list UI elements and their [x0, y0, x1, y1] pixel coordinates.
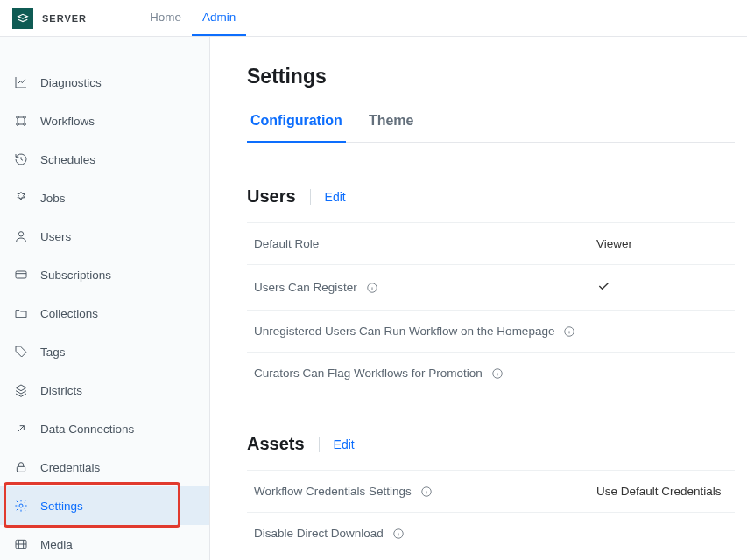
layers-icon: [14, 383, 28, 397]
row-unregistered-run: Unregistered Users Can Run Workflow on t…: [247, 310, 735, 352]
section-title-assets: Assets: [247, 434, 305, 454]
edit-assets-link[interactable]: Edit: [334, 438, 355, 452]
edit-users-link[interactable]: Edit: [325, 190, 346, 204]
top-nav: Home Admin: [139, 0, 246, 36]
sidebar-item-label: Settings: [40, 500, 83, 513]
svg-point-7: [19, 504, 23, 508]
sidebar-item-users[interactable]: Users: [0, 217, 209, 256]
arrow-diag-icon: [14, 422, 28, 436]
sidebar-item-label: Credentials: [40, 461, 100, 474]
sidebar-item-label: Districts: [40, 384, 82, 397]
sidebar-item-data-connections[interactable]: Data Connections: [0, 410, 209, 448]
sidebar-item-label: Workflows: [40, 115, 95, 128]
row-default-role: Default Role Viewer: [247, 222, 735, 264]
divider: [310, 189, 311, 205]
chart-icon: [14, 75, 28, 89]
logo-icon: [12, 8, 33, 29]
row-label: Disable Direct Download: [254, 527, 384, 540]
sidebar-item-collections[interactable]: Collections: [0, 294, 209, 332]
lock-icon: [14, 460, 28, 474]
sidebar-item-label: Tags: [40, 346, 66, 359]
sidebar-item-label: Data Connections: [40, 423, 134, 436]
section-users: Users Edit Default Role Viewer Users Can…: [247, 186, 735, 394]
check-icon: [596, 279, 728, 296]
row-workflow-credentials: Workflow Credentials Settings Use Defaul…: [247, 470, 735, 512]
sidebar-item-label: Users: [40, 230, 71, 243]
user-icon: [14, 229, 28, 243]
gear-icon: [14, 499, 28, 513]
sidebar-item-subscriptions[interactable]: Subscriptions: [0, 256, 209, 294]
svg-point-1: [24, 116, 26, 119]
workflow-icon: [14, 114, 28, 128]
sidebar-item-schedules[interactable]: Schedules: [0, 140, 209, 178]
row-label: Unregistered Users Can Run Workflow on t…: [254, 325, 554, 338]
row-label: Users Can Register: [254, 281, 357, 294]
check-badge-icon: [14, 191, 28, 205]
folder-icon: [14, 306, 28, 320]
top-bar: SERVER Home Admin: [0, 0, 747, 37]
sidebar-item-settings[interactable]: Settings: [0, 486, 209, 525]
highlight-box: [4, 482, 180, 528]
tab-configuration[interactable]: Configuration: [247, 113, 346, 143]
sidebar-item-jobs[interactable]: Jobs: [0, 178, 209, 217]
svg-point-4: [18, 232, 23, 236]
info-icon[interactable]: [420, 486, 433, 498]
info-icon[interactable]: [491, 368, 504, 380]
svg-point-0: [17, 116, 19, 119]
section-title-users: Users: [247, 186, 296, 206]
tag-icon: [14, 345, 28, 359]
svg-rect-6: [17, 466, 25, 472]
sidebar-item-workflows[interactable]: Workflows: [0, 102, 209, 140]
sidebar-item-label: Schedules: [40, 153, 95, 166]
sidebar: Diagnostics Workflows Schedules Jobs Use…: [0, 37, 210, 560]
divider: [319, 437, 320, 452]
svg-point-3: [24, 123, 26, 126]
main-content: Settings Configuration Theme Users Edit …: [210, 37, 747, 560]
info-icon[interactable]: [563, 326, 575, 338]
info-icon[interactable]: [392, 528, 405, 540]
row-value: Use Default Credentials: [596, 485, 728, 498]
sidebar-item-diagnostics[interactable]: Diagnostics: [0, 63, 209, 102]
tabs: Configuration Theme: [247, 113, 735, 143]
nav-admin[interactable]: Admin: [192, 0, 246, 36]
row-label: Default Role: [254, 237, 319, 250]
nav-home[interactable]: Home: [139, 0, 192, 36]
sidebar-item-label: Collections: [40, 307, 98, 320]
sidebar-item-credentials[interactable]: Credentials: [0, 448, 209, 486]
history-icon: [14, 152, 28, 166]
media-icon: [14, 537, 28, 551]
card-icon: [14, 268, 28, 282]
tab-theme[interactable]: Theme: [365, 113, 418, 143]
sidebar-item-label: Media: [40, 538, 73, 551]
sidebar-item-label: Diagnostics: [40, 76, 102, 89]
row-curators-flag: Curators Can Flag Workflows for Promotio…: [247, 352, 735, 394]
row-disable-direct-download: Disable Direct Download: [247, 512, 735, 554]
info-icon[interactable]: [366, 282, 378, 294]
sidebar-item-label: Jobs: [40, 192, 66, 205]
section-assets: Assets Edit Workflow Credentials Setting…: [247, 434, 735, 554]
row-users-can-register: Users Can Register: [247, 264, 735, 310]
sidebar-item-label: Subscriptions: [40, 269, 111, 282]
page-title: Settings: [247, 65, 735, 88]
row-label: Curators Can Flag Workflows for Promotio…: [254, 367, 483, 380]
logo-text: SERVER: [42, 13, 87, 24]
svg-rect-5: [16, 271, 26, 278]
sidebar-item-media[interactable]: Media: [0, 525, 209, 560]
row-label: Workflow Credentials Settings: [254, 485, 412, 498]
sidebar-item-tags[interactable]: Tags: [0, 332, 209, 371]
sidebar-item-districts[interactable]: Districts: [0, 371, 209, 410]
svg-point-2: [17, 123, 19, 126]
row-value: Viewer: [596, 237, 728, 250]
